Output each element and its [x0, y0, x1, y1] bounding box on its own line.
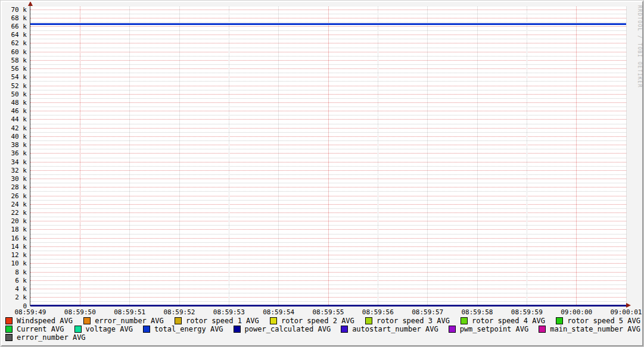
y-tick-label: 40 k — [1, 133, 27, 140]
x-tick-label: 09:00:01 — [602, 308, 644, 316]
legend-color-swatch-icon — [461, 317, 468, 324]
y-tick-label: 54 k — [1, 73, 27, 81]
legend-item: rotor speed 2 AVG — [270, 317, 354, 325]
legend-color-swatch-icon — [341, 326, 348, 333]
legend-label: main_state_number AVG — [550, 325, 640, 333]
y-tick-label: 58 k — [1, 57, 27, 64]
y-tick-label: 66 k — [1, 23, 27, 30]
x-minor-gridline — [626, 7, 627, 306]
x-tick-label: 08:59:55 — [304, 308, 353, 316]
x-minor-gridline — [179, 7, 180, 306]
x-tick-label: 08:59:59 — [502, 308, 551, 316]
legend-label: Current AVG — [17, 325, 64, 333]
legend-label: rotor speed 1 AVG — [186, 317, 259, 325]
x-tick-label: 08:59:49 — [6, 308, 55, 316]
legend-item: rotor speed 4 AVG — [461, 317, 545, 325]
y-tick-label: 46 k — [1, 107, 27, 115]
legend-label: Windspeed AVG — [17, 317, 73, 325]
legend-row: error_number AVG — [5, 333, 640, 342]
legend-item: voltage AVG — [74, 325, 133, 333]
legend-row: Windspeed AVGerror_number AVGrotor speed… — [5, 317, 640, 325]
y-axis-arrow-icon — [28, 1, 33, 6]
legend-color-swatch-icon — [5, 334, 13, 341]
x-major-gridline — [576, 7, 577, 306]
legend-item: power_calculated AVG — [234, 325, 331, 333]
legend-label: autostart_number AVG — [352, 325, 438, 333]
legend-color-swatch-icon — [175, 317, 182, 324]
legend-item: rotor speed 1 AVG — [175, 317, 259, 325]
x-minor-gridline — [477, 7, 478, 306]
y-tick-label: 2 k — [1, 293, 27, 301]
y-tick-label: 28 k — [1, 183, 27, 191]
legend-item: total_energy AVG — [143, 325, 223, 333]
y-tick-label: 14 k — [1, 243, 27, 251]
legend-label: rotor speed 3 AVG — [377, 317, 450, 325]
x-tick-label: 08:59:51 — [105, 308, 154, 316]
y-tick-label: 50 k — [1, 90, 27, 98]
legend-label: error_number AVG — [17, 333, 86, 342]
x-axis-arrow-icon — [626, 303, 631, 308]
legend-item: Windspeed AVG — [5, 317, 73, 325]
legend-color-swatch-icon — [74, 326, 82, 333]
legend-label: rotor speed 2 AVG — [281, 317, 354, 325]
legend-color-swatch-icon — [234, 326, 241, 333]
legend-label: pwm_setpoint AVG — [460, 325, 529, 333]
legend-item: rotor speed 3 AVG — [365, 317, 450, 325]
x-minor-gridline — [527, 7, 527, 306]
x-major-gridline — [328, 7, 329, 306]
watermark: RRDTOOL / TOBI OETIKER — [637, 5, 642, 88]
legend-color-swatch-icon — [556, 317, 563, 324]
legend-color-swatch-icon — [449, 326, 456, 333]
y-tick-label: 20 k — [1, 217, 27, 225]
legend-item: Current AVG — [5, 325, 64, 333]
legend-label: voltage AVG — [86, 325, 133, 333]
x-tick-label: 08:59:56 — [353, 308, 402, 316]
y-tick-label: 12 k — [1, 251, 27, 259]
x-axis-line — [30, 305, 626, 307]
x-tick-label: 08:59:52 — [155, 308, 204, 316]
y-tick-label: 16 k — [1, 235, 27, 242]
y-tick-label: 24 k — [1, 201, 27, 208]
y-tick-label: 68 k — [1, 14, 27, 22]
legend-color-swatch-icon — [143, 326, 150, 333]
y-tick-label: 64 k — [1, 31, 27, 39]
y-tick-label: 36 k — [1, 149, 27, 157]
legend-item: error_number AVG — [5, 333, 86, 342]
x-minor-gridline — [129, 7, 130, 306]
y-tick-label: 22 k — [1, 209, 27, 217]
x-tick-label: 08:59:58 — [453, 308, 502, 316]
y-tick-label: 30 k — [1, 175, 27, 183]
legend-label: total_energy AVG — [154, 325, 223, 333]
legend-color-swatch-icon — [365, 317, 372, 324]
legend-label: rotor speed 4 AVG — [472, 317, 545, 325]
legend-item: main_state_number AVG — [539, 325, 640, 333]
y-tick-label: 32 k — [1, 167, 27, 174]
legend-label: error_number AVG — [95, 317, 164, 325]
legend-item: pwm_setpoint AVG — [449, 325, 529, 333]
x-tick-label: 08:59:53 — [204, 308, 253, 316]
legend-item: autostart_number AVG — [341, 325, 438, 333]
legend-color-swatch-icon — [270, 317, 277, 324]
y-axis-line — [30, 5, 30, 306]
legend-item: rotor speed 5 AVG — [556, 317, 640, 325]
x-tick-label: 08:59:57 — [403, 308, 452, 316]
y-tick-label: 42 k — [1, 124, 27, 132]
rrd-graph: 02 k4 k6 k8 k10 k12 k14 k16 k18 k20 k22 … — [0, 0, 644, 347]
x-major-gridline — [80, 7, 80, 306]
x-minor-gridline — [278, 7, 279, 306]
y-tick-label: 18 k — [1, 226, 27, 233]
y-tick-label: 34 k — [1, 158, 27, 166]
y-tick-label: 26 k — [1, 192, 27, 200]
x-minor-gridline — [378, 7, 378, 306]
x-minor-gridline — [229, 7, 229, 306]
legend: Windspeed AVGerror_number AVGrotor speed… — [5, 317, 640, 342]
y-tick-label: 10 k — [1, 260, 27, 267]
y-tick-label: 44 k — [1, 115, 27, 123]
y-tick-label: 48 k — [1, 99, 27, 107]
y-tick-label: 62 k — [1, 39, 27, 47]
legend-label: rotor speed 5 AVG — [567, 317, 640, 325]
legend-color-swatch-icon — [5, 326, 13, 333]
legend-row: Current AVGvoltage AVGtotal_energy AVGpo… — [5, 325, 640, 333]
y-tick-label: 8 k — [1, 268, 27, 276]
y-tick-label: 6 k — [1, 277, 27, 285]
